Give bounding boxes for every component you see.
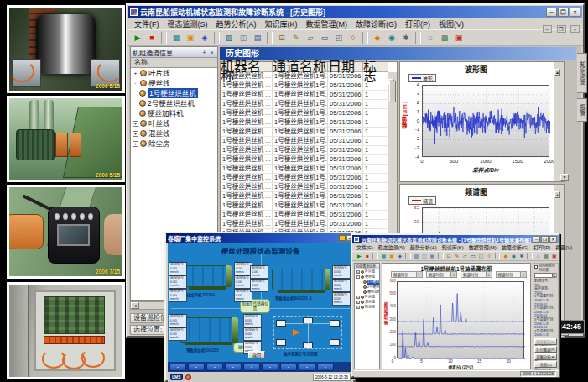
chevron-down-icon[interactable]: ▼ [416, 272, 422, 277]
close-button[interactable]: × [549, 236, 557, 243]
alarm-icon[interactable]: ▣ [551, 253, 559, 260]
auto-refresh-checkbox[interactable]: 自动刷新时间设置 [534, 264, 557, 272]
table-row[interactable]: 1号梗丝烘丝机 ...1号梗丝烘丝机1号...05/31/2006 ...1 [221, 183, 397, 192]
button-打印图谱(P)[interactable]: 打印图谱(P) [534, 346, 557, 353]
tree-item-梗丝加料机[interactable]: 梗丝加料机 [131, 108, 217, 118]
menu-稳态监测(S)[interactable]: 稳态监测(S) [376, 243, 408, 251]
menu-文件(F)[interactable]: 文件(F) [354, 243, 376, 251]
restore-button[interactable]: ❐ [541, 236, 549, 243]
mdi-close-button[interactable]: × [570, 25, 580, 33]
spectrum-time-combo[interactable]: 频谱时刻▼ [426, 271, 458, 278]
table-row[interactable]: 1号梗丝烘丝机 ...1号梗丝烘丝机1号...05/31/2006 ...1 [221, 72, 397, 81]
dock-tab-knowledge[interactable]: 知识浏览 [577, 53, 587, 93]
diamond-icon[interactable]: ◆ [371, 32, 384, 44]
wave-view-icon[interactable]: ▨ [222, 32, 236, 44]
refresh-interval-input[interactable]: ▲▼ [534, 273, 557, 278]
column-header-通道名称[interactable]: 通道名称 [273, 62, 328, 72]
menu-数据管理(M)[interactable]: 数据管理(M) [302, 18, 352, 29]
tree-item-2号梗丝烘丝机[interactable]: 2号梗丝烘丝机 [131, 98, 217, 108]
taskbar-button[interactable]: ▪ [169, 364, 186, 371]
wave-view-icon[interactable]: ▨ [413, 253, 420, 260]
minimize-button[interactable]: ─ [546, 8, 557, 17]
table-row[interactable]: 1号梗丝烘丝机 ...1号梗丝烘丝机1号...05/31/2006 ...1 [221, 100, 397, 109]
stop-icon[interactable]: ■ [145, 32, 159, 44]
tree-item-叶丝线[interactable]: +叶丝线 [131, 118, 217, 128]
minimize-button[interactable] [339, 235, 346, 241]
diamond-icon[interactable]: ◆ [502, 253, 509, 260]
print-icon[interactable]: ▩ [438, 32, 451, 44]
start-icon[interactable]: ▶ [356, 253, 363, 260]
open-icon[interactable]: ⊡ [445, 253, 453, 260]
tree-item-除尘房[interactable]: +除尘房 [355, 305, 379, 310]
table-row[interactable]: 1号梗丝烘丝机 ...1号梗丝烘丝机1号...05/31/2006 ...1 [221, 220, 397, 229]
menu-打印(P)[interactable]: 打印(P) [531, 243, 553, 251]
expand-icon[interactable]: - [356, 275, 360, 279]
menu-故障诊断(G)[interactable]: 故障诊断(G) [499, 243, 532, 251]
spinner-icon[interactable]: ▲▼ [553, 273, 557, 278]
machine-dryer-1[interactable] [272, 269, 330, 290]
mdi-restore-button[interactable]: ❐ [557, 25, 566, 33]
table-row[interactable]: 1号梗丝烘丝机 ...1号梗丝烘丝机1号...05/31/2006 ...1 [221, 128, 397, 137]
expand-icon[interactable]: + [133, 131, 138, 137]
table-row[interactable]: 1号梗丝烘丝机 ...1号梗丝烘丝机1号...05/31/2006 ...1 [221, 109, 397, 118]
spectrum-time-combo[interactable]: 频谱时刻▼ [391, 271, 423, 278]
copy-icon[interactable]: ◰ [477, 253, 485, 260]
expand-icon[interactable]: + [356, 270, 360, 274]
menu-知识库(K)[interactable]: 知识库(K) [261, 18, 302, 29]
waveform-scrollbar[interactable]: ▲ ▼ [554, 62, 564, 181]
menu-趋势分析(A)[interactable]: 趋势分析(A) [408, 243, 440, 251]
taskbar-button[interactable]: ▪ [317, 364, 334, 371]
scroll-down-icon[interactable]: ▼ [560, 174, 569, 181]
open-icon[interactable]: ⊡ [275, 32, 289, 44]
draw-icon[interactable]: ◊ [346, 32, 360, 44]
close-button[interactable]: × [570, 8, 580, 17]
menu-文件(F)[interactable]: 文件(F) [130, 18, 164, 29]
trend-icon[interactable]: ▣ [388, 253, 396, 260]
browse-icon[interactable]: ◈ [198, 32, 211, 44]
restore-button[interactable]: ❐ [558, 8, 569, 17]
button-谱图分析(A)[interactable]: 谱图分析(A) [534, 353, 557, 360]
image-view-icon[interactable]: ◫ [237, 32, 250, 44]
chevron-down-icon[interactable]: ▼ [486, 272, 492, 277]
doc-icon[interactable]: ▱ [304, 32, 317, 44]
column-header-机器名称[interactable]: 机器名称 [221, 62, 273, 72]
search-icon[interactable]: ◉ [385, 32, 398, 44]
table-row[interactable]: 1号梗丝烘丝机 ...1号梗丝烘丝机1号...05/31/2006 ...1 [221, 192, 397, 201]
matrix-view-icon[interactable]: ▤ [251, 32, 264, 44]
spectrum-time-combo[interactable]: 频谱时刻▼ [496, 271, 528, 278]
table-row[interactable]: 1号梗丝烘丝机 ...1号梗丝烘丝机1号...05/31/2006 ...1 [221, 91, 397, 100]
menu-稳态监测(S)[interactable]: 稳态监测(S) [164, 18, 212, 29]
menu-趋势分析(A)[interactable]: 趋势分析(A) [212, 18, 261, 29]
button-关闭(C)[interactable]: 关闭(C) [534, 361, 557, 368]
menu-知识库(K)[interactable]: 知识库(K) [440, 243, 466, 251]
minimize-button[interactable]: ─ [533, 236, 540, 243]
settings-icon[interactable]: ✱ [518, 253, 526, 260]
machine-feeder[interactable] [183, 265, 232, 287]
table-row[interactable]: 1号梗丝烘丝机 ...1号梗丝烘丝机1号...05/31/2006 ...1 [221, 201, 397, 211]
tree-item-1号梗丝烘丝机[interactable]: 1号梗丝烘丝机 [131, 88, 217, 98]
machine-dryer-2[interactable] [180, 317, 238, 343]
table-row[interactable]: 1号梗丝烘丝机 ...1号梗丝烘丝机1号...05/31/2006 ...1 [221, 146, 397, 155]
expand-icon[interactable]: - [133, 81, 138, 86]
trend-icon[interactable]: ▣ [184, 32, 197, 44]
pin-icon[interactable]: + [200, 50, 208, 55]
column-header-日期[interactable]: 日期 [328, 62, 363, 72]
table-row[interactable]: 1号梗丝烘丝机 ...1号梗丝烘丝机1号...05/31/2006 ...1 [221, 211, 397, 220]
scroll-up-icon[interactable]: ▲ [554, 191, 560, 198]
waterfall-titlebar[interactable]: 云南昆船振动机械状态监测和故障诊断系统 - [1号梗丝烘丝机1号轴承瀑布图] ─… [352, 235, 559, 243]
spectrum-time-combo[interactable]: 频谱时刻▼ [461, 271, 492, 278]
taskbar-button[interactable]: ▪ [225, 364, 242, 371]
expand-icon[interactable]: + [133, 121, 138, 127]
table-row[interactable]: 1号梗丝烘丝机 ...1号梗丝烘丝机1号...05/31/2006 ...1 [221, 118, 397, 128]
chevron-down-icon[interactable]: ▼ [520, 272, 526, 277]
menu-视图(V)[interactable]: 视图(V) [434, 18, 468, 29]
table-row[interactable]: 1号梗丝烘丝机 ...1号梗丝烘丝机1号...05/31/2006 ...1 [221, 165, 397, 174]
close-icon[interactable]: × [208, 50, 216, 55]
export-icon[interactable]: ⌂ [534, 253, 542, 260]
expand-icon[interactable]: + [133, 71, 138, 76]
scroll-thumb[interactable] [389, 81, 396, 102]
expand-icon[interactable]: + [356, 306, 360, 309]
menu-故障诊断(G)[interactable]: 故障诊断(G) [351, 18, 401, 29]
taskbar-button[interactable]: ▪ [280, 364, 297, 371]
taskbar-button[interactable]: ▪ [262, 364, 278, 371]
